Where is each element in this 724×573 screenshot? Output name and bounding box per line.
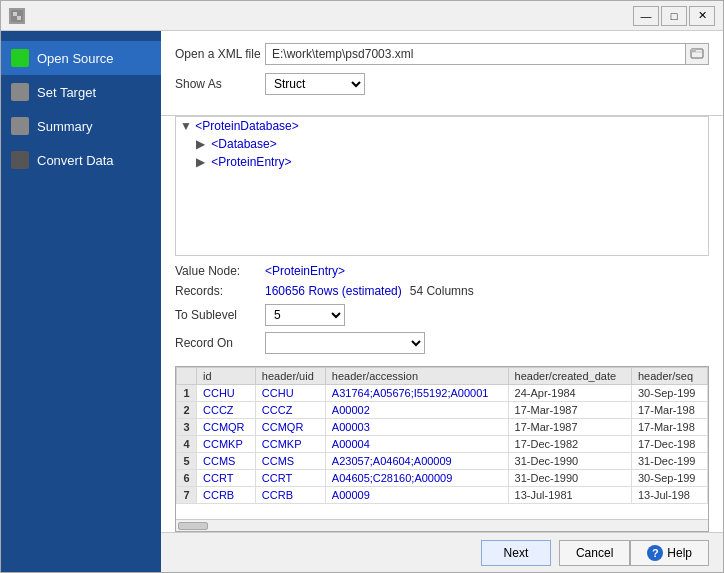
col-id: id — [197, 368, 256, 385]
title-bar-left — [9, 8, 25, 24]
sidebar-item-label: Set Target — [37, 85, 96, 100]
row-seq: 31-Dec-199 — [632, 453, 708, 470]
form-area: Open a XML file Show As Struct Flat Auto — [161, 31, 723, 116]
close-button[interactable]: ✕ — [689, 6, 715, 26]
sublevel-select[interactable]: 5 1234 678 — [265, 304, 345, 326]
file-path-input[interactable] — [265, 43, 685, 65]
col-uid: header/uid — [255, 368, 325, 385]
col-num — [177, 368, 197, 385]
row-num: 1 — [177, 385, 197, 402]
row-accession: A00002 — [325, 402, 508, 419]
tree-node-protein-database[interactable]: ▼ <ProteinDatabase> — [176, 117, 708, 135]
row-created-date: 17-Dec-1982 — [508, 436, 631, 453]
scrollbar-thumb[interactable] — [178, 522, 208, 530]
help-icon: ? — [647, 545, 663, 561]
row-seq: 17-Mar-198 — [632, 402, 708, 419]
sublevel-label: To Sublevel — [175, 308, 265, 322]
col-created-date: header/created_date — [508, 368, 631, 385]
col-accession: header/accession — [325, 368, 508, 385]
row-created-date: 17-Mar-1987 — [508, 402, 631, 419]
row-uid: CCCZ — [255, 402, 325, 419]
row-seq: 30-Sep-199 — [632, 470, 708, 487]
tree-children: ▶ <Database> ▶ <ProteinEntry> — [192, 135, 708, 171]
row-created-date: 31-Dec-1990 — [508, 453, 631, 470]
row-num: 2 — [177, 402, 197, 419]
record-on-select[interactable] — [265, 332, 425, 354]
sidebar-item-convert-data[interactable]: Convert Data — [1, 143, 161, 177]
tree-node-label: <ProteinEntry> — [211, 155, 291, 169]
cancel-button[interactable]: Cancel — [559, 540, 630, 566]
sidebar-item-label: Open Source — [37, 51, 114, 66]
show-as-label: Show As — [175, 77, 265, 91]
row-seq: 13-Jul-198 — [632, 487, 708, 504]
table-row: 1 CCHU CCHU A31764;A05676;I55192;A00001 … — [177, 385, 708, 402]
row-num: 7 — [177, 487, 197, 504]
records-label: Records: — [175, 284, 265, 298]
tree-node-label: <Database> — [211, 137, 276, 151]
row-id: CCCZ — [197, 402, 256, 419]
tree-node-protein-entry[interactable]: ▶ <ProteinEntry> — [192, 153, 708, 171]
tree-node-label: <ProteinDatabase> — [195, 119, 298, 133]
horizontal-scrollbar[interactable] — [176, 519, 708, 531]
row-num: 6 — [177, 470, 197, 487]
file-input-group — [265, 43, 709, 65]
table-scroll[interactable]: id header/uid header/accession header/cr… — [176, 367, 708, 519]
right-panel: Open a XML file Show As Struct Flat Auto — [161, 31, 723, 572]
table-row: 5 CCMS CCMS A23057;A04604;A00009 31-Dec-… — [177, 453, 708, 470]
record-on-label: Record On — [175, 336, 265, 350]
convert-data-indicator — [11, 151, 29, 169]
row-accession: A04605;C28160;A00009 — [325, 470, 508, 487]
set-target-indicator — [11, 83, 29, 101]
row-accession: A00009 — [325, 487, 508, 504]
sidebar: Open Source Set Target Summary Convert D… — [1, 31, 161, 572]
expand-icon[interactable]: ▼ — [180, 119, 192, 133]
row-created-date: 17-Mar-1987 — [508, 419, 631, 436]
app-icon — [9, 8, 25, 24]
expand-icon[interactable]: ▶ — [196, 155, 208, 169]
next-button[interactable]: Next — [481, 540, 551, 566]
row-seq: 30-Sep-199 — [632, 385, 708, 402]
footer-right: ? Help — [630, 540, 709, 566]
row-uid: CCHU — [255, 385, 325, 402]
row-created-date: 13-Jul-1981 — [508, 487, 631, 504]
maximize-button[interactable]: □ — [661, 6, 687, 26]
records-columns: 54 Columns — [410, 284, 474, 298]
row-accession: A31764;A05676;I55192;A00001 — [325, 385, 508, 402]
sidebar-item-open-source[interactable]: Open Source — [1, 41, 161, 75]
table-row: 6 CCRT CCRT A04605;C28160;A00009 31-Dec-… — [177, 470, 708, 487]
sidebar-item-label: Summary — [37, 119, 93, 134]
browse-button[interactable] — [685, 43, 709, 65]
sublevel-row: To Sublevel 5 1234 678 — [175, 304, 709, 326]
expand-icon[interactable]: ▶ — [196, 137, 208, 151]
help-button[interactable]: ? Help — [630, 540, 709, 566]
row-id: CCMQR — [197, 419, 256, 436]
value-node-row: Value Node: <ProteinEntry> — [175, 264, 709, 278]
sidebar-item-label: Convert Data — [37, 153, 114, 168]
show-as-row: Show As Struct Flat Auto — [175, 73, 709, 95]
title-bar-controls: — □ ✕ — [633, 6, 715, 26]
show-as-select[interactable]: Struct Flat Auto — [265, 73, 365, 95]
row-id: CCHU — [197, 385, 256, 402]
tree-node-database[interactable]: ▶ <Database> — [192, 135, 708, 153]
table-row: 7 CCRB CCRB A00009 13-Jul-1981 13-Jul-19… — [177, 487, 708, 504]
row-uid: CCRT — [255, 470, 325, 487]
data-table: id header/uid header/accession header/cr… — [176, 367, 708, 504]
records-row: Records: 160656 Rows (estimated) 54 Colu… — [175, 284, 709, 298]
main-content: Open Source Set Target Summary Convert D… — [1, 31, 723, 572]
row-accession: A00004 — [325, 436, 508, 453]
svg-rect-1 — [13, 12, 17, 16]
sidebar-item-summary[interactable]: Summary — [1, 109, 161, 143]
row-id: CCMS — [197, 453, 256, 470]
col-seq: header/seq — [632, 368, 708, 385]
table-row: 4 CCMKP CCMKP A00004 17-Dec-1982 17-Dec-… — [177, 436, 708, 453]
row-seq: 17-Mar-198 — [632, 419, 708, 436]
row-num: 3 — [177, 419, 197, 436]
row-num: 4 — [177, 436, 197, 453]
minimize-button[interactable]: — — [633, 6, 659, 26]
summary-indicator — [11, 117, 29, 135]
row-accession: A00003 — [325, 419, 508, 436]
row-id: CCMKP — [197, 436, 256, 453]
app-window: — □ ✕ Open Source Set Target Summary Con… — [0, 0, 724, 573]
sidebar-item-set-target[interactable]: Set Target — [1, 75, 161, 109]
xml-tree[interactable]: ▼ <ProteinDatabase> ▶ <Database> ▶ <Prot… — [175, 116, 709, 256]
